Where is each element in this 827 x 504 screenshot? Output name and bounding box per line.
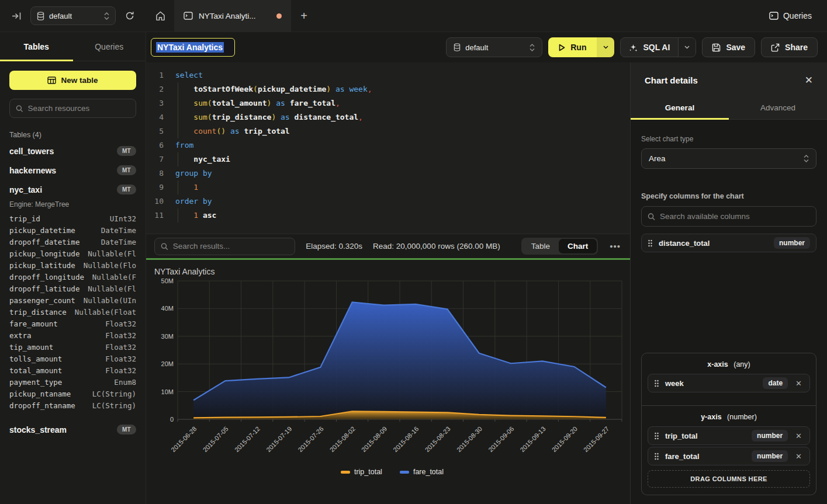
- column-type: Enum8: [114, 377, 136, 388]
- svg-text:0: 0: [170, 416, 174, 423]
- legend-item[interactable]: fare_total: [400, 468, 444, 476]
- code-line: order by: [172, 194, 630, 208]
- table-row[interactable]: nyc_taxiMT: [9, 180, 136, 199]
- tab-general[interactable]: General: [631, 96, 729, 119]
- home-tab[interactable]: [146, 0, 174, 32]
- refresh-icon[interactable]: [122, 8, 138, 24]
- drag-handle-icon[interactable]: [654, 380, 659, 387]
- run-options-button[interactable]: [597, 37, 614, 57]
- work-area: 1234567891011 select toStartOfWeek(picku…: [146, 62, 630, 504]
- table-row[interactable]: cell_towersMT: [9, 141, 136, 161]
- chart-title: NYTaxi Analytics: [154, 267, 630, 276]
- save-button[interactable]: Save: [702, 37, 755, 57]
- svg-text:20M: 20M: [161, 360, 174, 367]
- new-table-label: New table: [61, 76, 98, 85]
- table-row[interactable]: stocks_streamMT: [9, 420, 136, 439]
- sql-ai-options-button[interactable]: [678, 38, 695, 57]
- save-label: Save: [726, 43, 745, 52]
- view-table-button[interactable]: Table: [523, 239, 559, 253]
- topbar-database-select[interactable]: default: [30, 6, 116, 25]
- details-title: Chart details: [645, 75, 698, 85]
- queries-button[interactable]: Queries: [769, 11, 812, 20]
- column-type: Nullable(Fl: [88, 248, 136, 260]
- column-type: Float32: [105, 353, 136, 365]
- table-row[interactable]: hackernewsMT: [9, 161, 136, 180]
- query-tab[interactable]: NYTaxi Analyti...: [174, 0, 291, 32]
- editor-code: select toStartOfWeek(pickup_datetime) as…: [172, 62, 630, 234]
- topbar-right: Queries: [769, 0, 827, 32]
- remove-icon[interactable]: ✕: [794, 432, 804, 440]
- column-type: LC(String): [92, 388, 136, 400]
- chip-name: trip_total: [665, 432, 746, 440]
- sql-editor[interactable]: 1234567891011 select toStartOfWeek(picku…: [146, 62, 630, 234]
- column-chip[interactable]: trip_totalnumber✕: [648, 426, 810, 445]
- toolbar-database-select[interactable]: default: [446, 37, 542, 57]
- view-chart-button[interactable]: Chart: [559, 239, 597, 253]
- collapse-sidebar-icon[interactable]: [8, 8, 25, 24]
- column-type: LC(String): [92, 400, 136, 412]
- legend-item[interactable]: trip_total: [341, 468, 382, 476]
- y-axis-items: trip_totalnumber✕fare_totalnumber✕: [648, 426, 810, 465]
- table-name: hackernews: [9, 166, 56, 175]
- drag-handle-icon[interactable]: [648, 239, 653, 247]
- code-line: toStartOfWeek(pickup_datetime) as week,: [172, 82, 630, 96]
- topbar-left: default: [0, 0, 146, 32]
- new-tab-button[interactable]: +: [291, 0, 317, 32]
- column-name: tip_amount: [9, 342, 53, 353]
- column-name: trip_id: [9, 213, 40, 225]
- columns-label: Specify columns for the chart: [641, 192, 816, 200]
- drag-handle-icon[interactable]: [654, 453, 659, 460]
- results-search-input[interactable]: [173, 242, 289, 251]
- sql-ai-label: SQL AI: [643, 43, 670, 52]
- chip-type-badge: number: [752, 450, 788, 462]
- column-row: total_amountFloat32: [9, 365, 136, 377]
- toolbar-database-value: default: [465, 43, 488, 52]
- column-type: Float32: [105, 342, 136, 353]
- column-row: pickup_ntanameLC(String): [9, 388, 136, 400]
- close-icon[interactable]: ✕: [805, 74, 813, 86]
- x-axis-hint: (any): [733, 360, 750, 369]
- chart-area: NYTaxi Analytics 010M20M30M40M50M2015-06…: [146, 260, 630, 504]
- column-row: trip_idUInt32: [9, 213, 136, 225]
- sidebar-tab-tables[interactable]: Tables: [0, 32, 73, 61]
- sidebar-tab-queries[interactable]: Queries: [73, 32, 146, 61]
- tab-strip: NYTaxi Analyti... +: [146, 0, 769, 32]
- column-chip[interactable]: weekdate✕: [648, 374, 810, 392]
- new-table-button[interactable]: New table: [9, 71, 136, 90]
- details-body: Select chart type Area Specify columns f…: [631, 120, 827, 504]
- run-button[interactable]: Run: [548, 37, 597, 57]
- column-name: extra: [9, 330, 32, 342]
- legend-label: fare_total: [413, 468, 444, 476]
- column-chip[interactable]: fare_totalnumber✕: [648, 447, 810, 465]
- column-name: payment_type: [9, 377, 62, 388]
- sidebar-body: New table Tables (4) cell_towersMThacker…: [0, 61, 146, 449]
- svg-text:2015-08-09: 2015-08-09: [360, 425, 388, 453]
- queries-icon: [769, 12, 778, 20]
- drop-zone[interactable]: DRAG COLUMNS HERE: [648, 470, 810, 488]
- chart-legend: trip_totalfare_total: [154, 468, 630, 476]
- columns-search-input[interactable]: [660, 212, 810, 221]
- engine-badge: MT: [117, 146, 136, 156]
- svg-text:2015-09-06: 2015-09-06: [487, 425, 515, 453]
- remove-icon[interactable]: ✕: [794, 379, 804, 388]
- svg-text:2015-08-16: 2015-08-16: [392, 425, 420, 453]
- share-button[interactable]: Share: [761, 37, 818, 57]
- tables-section-label: Tables (4): [9, 131, 136, 139]
- column-name: dropoff_longitude: [9, 272, 84, 283]
- column-chip[interactable]: distance_totalnumber: [641, 234, 816, 252]
- tab-advanced[interactable]: Advanced: [729, 96, 827, 119]
- sidebar-search-input[interactable]: [28, 104, 130, 113]
- sql-ai-button[interactable]: SQL AI: [621, 38, 678, 57]
- svg-text:2015-07-19: 2015-07-19: [265, 425, 293, 453]
- more-options-icon[interactable]: •••: [608, 241, 622, 251]
- chart-type-select[interactable]: Area: [641, 148, 816, 169]
- svg-text:2015-07-12: 2015-07-12: [233, 425, 261, 453]
- remove-icon[interactable]: ✕: [794, 452, 804, 461]
- sidebar-search: [9, 99, 136, 118]
- query-title-input[interactable]: NYTaxi Analytics: [151, 38, 235, 57]
- svg-text:10M: 10M: [161, 388, 174, 395]
- svg-text:2015-09-13: 2015-09-13: [518, 425, 546, 453]
- column-type: DateTime: [101, 237, 136, 248]
- drag-handle-icon[interactable]: [654, 432, 659, 440]
- line-number: 8: [146, 166, 164, 180]
